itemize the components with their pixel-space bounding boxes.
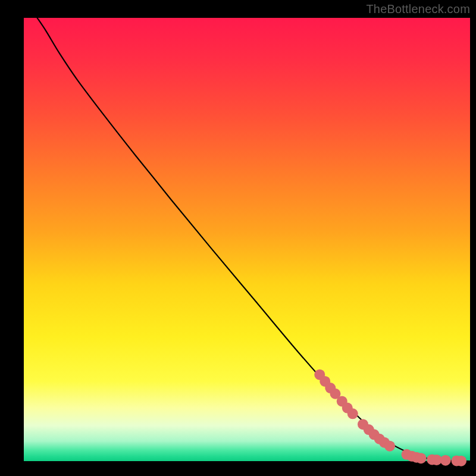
chart-svg: [0, 0, 476, 476]
marker-point: [440, 455, 451, 466]
marker-point: [384, 441, 395, 452]
marker-point: [456, 456, 466, 466]
chart-canvas: TheBottleneck.com: [0, 0, 476, 476]
marker-point: [416, 453, 427, 464]
plot-background: [24, 18, 470, 461]
marker-point: [347, 408, 358, 419]
